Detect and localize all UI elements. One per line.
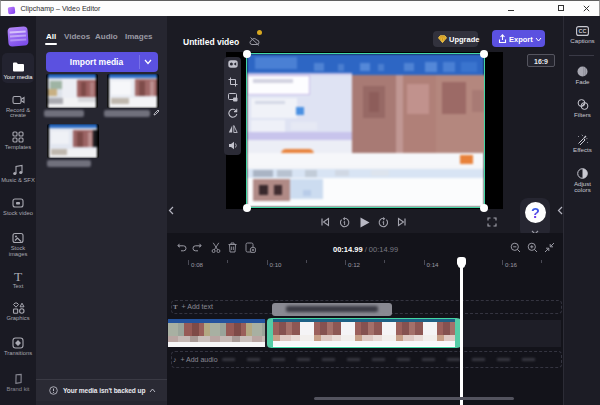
svg-text:CC: CC bbox=[579, 28, 587, 34]
svg-text:T: T bbox=[14, 270, 23, 282]
